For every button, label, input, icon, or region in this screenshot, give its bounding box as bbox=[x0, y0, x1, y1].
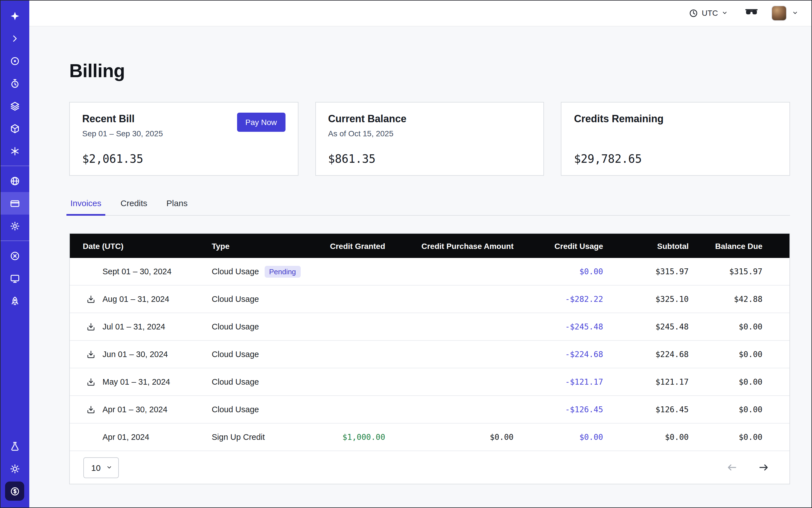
next-page-button[interactable] bbox=[758, 462, 769, 473]
invoice-date: Sept 01 – 30, 2024 bbox=[102, 267, 171, 276]
sidebar-divider bbox=[0, 241, 29, 241]
invoice-row: May 01 – 31, 2024Cloud Usage-$121.17$121… bbox=[70, 368, 789, 396]
invoice-date: Jul 01 – 31, 2024 bbox=[102, 322, 165, 331]
sidebar-item-support[interactable] bbox=[0, 245, 29, 267]
credit-usage-value: -$224.68 bbox=[514, 350, 603, 359]
asterisk-icon bbox=[9, 145, 20, 156]
sun-icon bbox=[9, 463, 20, 474]
sidebar-item-logo[interactable] bbox=[0, 4, 29, 27]
billing-card-icon bbox=[9, 198, 20, 209]
credit-usage-value: $0.00 bbox=[514, 267, 603, 276]
invoice-type: Cloud Usage bbox=[212, 350, 259, 359]
sidebar-item-globe[interactable] bbox=[0, 170, 29, 192]
balance-due-value: $0.00 bbox=[689, 322, 762, 331]
sidebar-item-gear[interactable] bbox=[0, 215, 29, 237]
balance-due-value: $0.00 bbox=[689, 432, 762, 441]
sidebar-item-billing-card[interactable] bbox=[0, 192, 29, 215]
invoice-type-cell: Cloud Usage bbox=[212, 377, 301, 386]
account-menu[interactable] bbox=[771, 5, 799, 20]
status-badge: Pending bbox=[265, 265, 300, 278]
invoice-date-cell: Aug 01 – 31, 2024 bbox=[70, 295, 212, 304]
card-title: Current Balance bbox=[328, 113, 531, 125]
invoice-date: Apr 01 – 30, 2024 bbox=[102, 405, 168, 414]
tab-invoices[interactable]: Invoices bbox=[69, 198, 102, 215]
billing-tabs: Invoices Credits Plans bbox=[69, 198, 790, 216]
col-date: Date (UTC) bbox=[70, 241, 212, 250]
timer-icon bbox=[9, 78, 20, 89]
download-invoice-button[interactable] bbox=[85, 404, 96, 415]
current-balance-amount: $861.35 bbox=[328, 152, 376, 166]
balance-due-value: $0.00 bbox=[689, 350, 762, 359]
table-footer: 10 bbox=[70, 451, 789, 484]
chevron-down-icon bbox=[792, 9, 799, 16]
col-credit-usage: Credit Usage bbox=[514, 241, 603, 250]
invoice-type-cell: Cloud UsagePending bbox=[212, 265, 301, 278]
col-subtotal: Subtotal bbox=[603, 241, 689, 250]
subtotal-value: $224.68 bbox=[603, 350, 689, 359]
sidebar-item-rocket[interactable] bbox=[0, 290, 29, 312]
col-type: Type bbox=[212, 241, 301, 250]
download-invoice-button[interactable] bbox=[85, 349, 96, 360]
download-invoice-button[interactable] bbox=[85, 376, 96, 387]
pagination bbox=[726, 462, 769, 473]
support-icon bbox=[9, 250, 20, 261]
chevron-down-icon bbox=[105, 464, 112, 471]
sidebar-item-asterisk[interactable] bbox=[0, 140, 29, 162]
card-title: Credits Remaining bbox=[574, 113, 777, 125]
sidebar-nav bbox=[0, 0, 29, 508]
sidebar-item-expand[interactable] bbox=[0, 27, 29, 50]
prev-page-button[interactable] bbox=[726, 462, 738, 473]
main-content: Billing Recent Bill Sep 01 – Sep 30, 202… bbox=[29, 27, 812, 508]
download-invoice-button[interactable] bbox=[85, 321, 96, 332]
invoice-row: Jul 01 – 31, 2024Cloud Usage-$245.48$245… bbox=[70, 313, 789, 341]
sidebar-bottom bbox=[0, 435, 29, 502]
sidebar-item-layers[interactable] bbox=[0, 95, 29, 117]
cube-icon bbox=[9, 123, 20, 134]
sidebar-item-flask[interactable] bbox=[0, 435, 29, 457]
subtotal-value: $121.17 bbox=[603, 377, 689, 386]
tab-credits[interactable]: Credits bbox=[119, 198, 148, 215]
invoices-table: Date (UTC) Type Credit Granted Credit Pu… bbox=[69, 233, 790, 484]
rocket-icon bbox=[9, 295, 20, 306]
invoice-date-cell: Apr 01, 2024 bbox=[70, 432, 212, 441]
sidebar-item-screen[interactable] bbox=[0, 267, 29, 290]
invoice-date-cell: Sept 01 – 30, 2024 bbox=[70, 267, 212, 276]
tab-plans[interactable]: Plans bbox=[165, 198, 189, 215]
credits-remaining-amount: $29,782.65 bbox=[574, 152, 642, 166]
invoice-date-cell: Jun 01 – 30, 2024 bbox=[70, 350, 212, 359]
download-invoice-button[interactable] bbox=[85, 293, 96, 305]
clock-icon bbox=[689, 8, 698, 18]
page-size-value: 10 bbox=[91, 463, 100, 472]
dollar-icon bbox=[9, 486, 20, 497]
sidebar-item-timer[interactable] bbox=[0, 72, 29, 95]
invoice-type: Cloud Usage bbox=[212, 322, 259, 331]
sidebar-item-cube[interactable] bbox=[0, 117, 29, 140]
balance-due-value: $42.88 bbox=[689, 295, 762, 304]
invoice-table-body: Sept 01 – 30, 2024Cloud UsagePending$0.0… bbox=[70, 258, 789, 451]
goggles-button[interactable] bbox=[745, 7, 758, 19]
pay-now-button[interactable]: Pay Now bbox=[237, 113, 285, 132]
page-size-select[interactable]: 10 bbox=[83, 457, 119, 478]
chevron-down-icon bbox=[721, 9, 728, 16]
sidebar-item-sun[interactable] bbox=[0, 457, 29, 480]
avatar bbox=[771, 5, 787, 20]
timezone-label: UTC bbox=[701, 8, 718, 17]
invoice-row: Jun 01 – 30, 2024Cloud Usage-$224.68$224… bbox=[70, 341, 789, 368]
col-credit-granted: Credit Granted bbox=[301, 241, 385, 250]
invoice-type: Sign Up Credit bbox=[212, 432, 265, 441]
expand-icon bbox=[9, 33, 20, 44]
sidebar-divider bbox=[0, 166, 29, 166]
sidebar-item-dollar[interactable] bbox=[0, 480, 29, 502]
timezone-selector[interactable]: UTC bbox=[689, 8, 728, 18]
table-header: Date (UTC) Type Credit Granted Credit Pu… bbox=[70, 234, 789, 258]
credit-usage-value: -$126.45 bbox=[514, 405, 603, 414]
invoice-date: Aug 01 – 31, 2024 bbox=[102, 295, 169, 304]
sidebar-item-target[interactable] bbox=[0, 50, 29, 72]
balance-as-of: As of Oct 15, 2025 bbox=[328, 129, 531, 138]
col-balance-due: Balance Due bbox=[689, 241, 762, 250]
current-balance-card: Current Balance As of Oct 15, 2025 $861.… bbox=[315, 102, 544, 176]
invoice-type: Cloud Usage bbox=[212, 377, 259, 386]
credit-purchase-value: $0.00 bbox=[385, 432, 514, 441]
flask-icon bbox=[9, 441, 20, 452]
layers-icon bbox=[9, 100, 20, 111]
